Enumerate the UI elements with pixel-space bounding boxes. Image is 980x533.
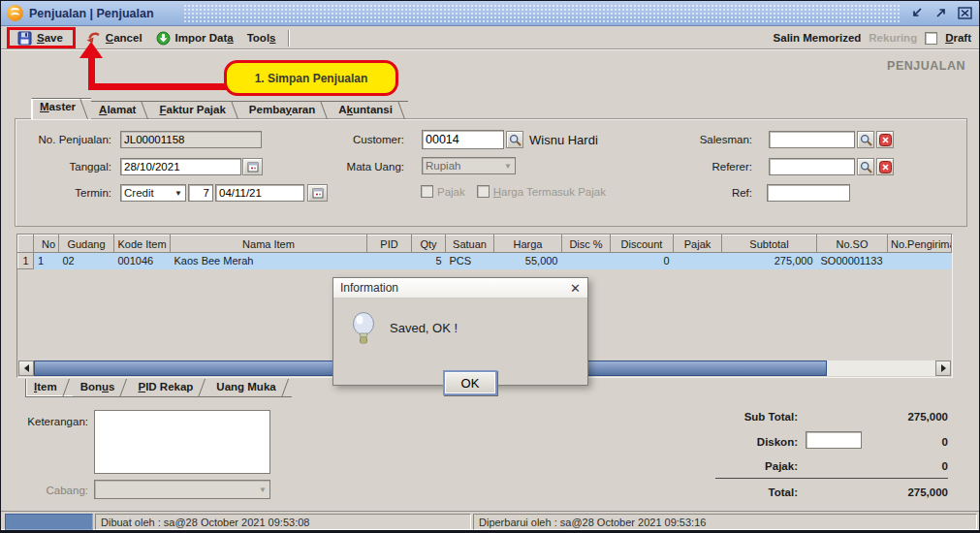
detail-tabstrip: Item Bonus PID Rekap Uang Muka — [25, 379, 292, 399]
restore-window-icon[interactable] — [908, 5, 925, 20]
customer-label: Customer: — [307, 134, 404, 145]
customer-lookup-button[interactable] — [506, 131, 523, 148]
cancel-label: Cancel — [106, 32, 142, 44]
subtotal-label: Sub Total: — [672, 411, 798, 423]
tanggal-calendar-button[interactable] — [242, 158, 263, 175]
ok-button[interactable]: OK — [443, 370, 497, 395]
tab-bonus[interactable]: Bonus — [73, 379, 131, 397]
tab-faktur-pajak[interactable]: Faktur Pajak — [151, 101, 240, 119]
master-tab-panel: No. Penjualan: Tanggal: Termin: Credit▼ … — [15, 118, 967, 227]
tab-alamat[interactable]: Alamat — [91, 101, 151, 119]
pajak-checkbox — [421, 185, 433, 198]
window-bottom-edge — [1, 530, 979, 532]
dialog-title: Information — [340, 281, 398, 295]
ref-field[interactable] — [767, 184, 850, 202]
customer-name: Wisnu Hardi — [529, 133, 598, 147]
col-qty[interactable]: Qty — [412, 235, 446, 253]
referer-lookup-button[interactable] — [857, 158, 874, 175]
dialog-close-icon[interactable]: ✕ — [570, 282, 581, 295]
termin-select[interactable]: Credit▼ — [120, 184, 186, 202]
dialog-message: Saved, OK ! — [390, 321, 458, 335]
referer-clear-button[interactable] — [876, 158, 894, 175]
total-value: 275,000 — [851, 486, 948, 498]
tab-item[interactable]: Item — [25, 379, 73, 397]
termin-label: Termin: — [16, 187, 111, 199]
salesman-clear-button[interactable] — [876, 131, 894, 148]
titlebar-pattern — [183, 4, 901, 22]
row-selector[interactable]: 1 — [18, 253, 34, 269]
search-icon — [860, 134, 872, 146]
tab-master[interactable]: Master — [31, 98, 91, 119]
pajak-total-value: 0 — [851, 460, 948, 472]
rekuring-label: Rekuring — [869, 32, 917, 44]
red-x-icon — [879, 134, 892, 146]
tab-pid-rekap[interactable]: PID Rekap — [130, 379, 208, 397]
col-no[interactable]: No — [34, 235, 59, 253]
grid-header-row: No Gudang Kode Item Nama Item PID Qty Sa… — [18, 235, 952, 253]
tanggal-field[interactable] — [120, 158, 241, 175]
keterangan-textarea[interactable] — [94, 410, 270, 474]
draft-checkbox[interactable] — [925, 32, 937, 45]
app-window: Penjualan | Penjualan Save Cancel — [0, 0, 980, 533]
no-penjualan-label: No. Penjualan: — [16, 134, 111, 145]
close-window-icon[interactable] — [957, 5, 973, 20]
termin-calendar-button[interactable] — [307, 184, 328, 202]
keterangan-label: Keterangan: — [1, 416, 88, 427]
annotation-arrowhead — [79, 42, 103, 58]
no-penjualan-field — [120, 131, 262, 148]
tools-label: Tools — [247, 32, 276, 44]
save-button-highlight: Save — [7, 27, 76, 48]
col-no-so[interactable]: No.SO — [817, 235, 888, 253]
diskon-value: 0 — [851, 436, 948, 448]
save-label: Save — [37, 32, 63, 44]
mata-uang-select: Rupiah▼ — [422, 157, 516, 174]
table-row[interactable]: 1 1 02 001046 Kaos Bee Merah 5 PCS 55,00… — [18, 253, 952, 269]
tab-pembayaran[interactable]: Pembayaran — [241, 101, 331, 119]
status-created: Dibuat oleh : sa@28 October 2021 09:53:0… — [95, 514, 471, 530]
annotation-callout: 1. Simpan Penjualan — [224, 60, 398, 96]
tools-button[interactable]: Tools — [241, 30, 284, 46]
scrollbar-track[interactable] — [827, 361, 935, 376]
col-pajak[interactable]: Pajak — [674, 235, 722, 253]
subtotal-value: 275,000 — [851, 411, 948, 423]
tanggal-label: Tanggal: — [16, 161, 111, 172]
floppy-disk-icon — [17, 31, 32, 46]
customer-code-field[interactable] — [422, 130, 504, 149]
col-discount[interactable]: Discount — [611, 235, 674, 253]
callout-text: 1. Simpan Penjualan — [255, 72, 368, 85]
scroll-left-button[interactable] — [18, 361, 34, 376]
tab-akuntansi[interactable]: Akuntansi — [331, 101, 408, 119]
save-button[interactable]: Save — [12, 29, 71, 47]
harga-termasuk-pajak-checkbox — [477, 185, 490, 198]
import-icon — [156, 31, 171, 46]
col-gudang[interactable]: Gudang — [59, 235, 114, 253]
col-no-pengiriman[interactable]: No.Pengiriman — [888, 235, 952, 253]
window-title: Penjualan | Penjualan — [29, 7, 154, 20]
totals-divider — [715, 478, 948, 479]
titlebar: Penjualan | Penjualan — [1, 1, 979, 26]
search-icon — [860, 161, 872, 173]
maximize-window-icon[interactable] — [933, 5, 949, 20]
col-harga[interactable]: Harga — [494, 235, 562, 253]
right-arrow-icon — [941, 364, 946, 372]
diskon-label: Diskon: — [672, 436, 798, 448]
salesman-field[interactable] — [769, 131, 855, 148]
salin-memorized-button[interactable]: Salin Memorized — [774, 32, 862, 44]
tab-uang-muka[interactable]: Uang Muka — [208, 379, 291, 397]
main-tabstrip: Master Alamat Faktur Pajak Pembayaran Ak… — [31, 98, 408, 119]
col-satuan[interactable]: Satuan — [446, 235, 494, 253]
col-subtotal[interactable]: Subtotal — [722, 235, 817, 253]
col-disc[interactable]: Disc % — [562, 235, 611, 253]
termin-due-field[interactable] — [215, 184, 304, 202]
annotation-arrow-horizontal — [88, 83, 232, 90]
draft-label[interactable]: Draft — [945, 32, 971, 44]
referer-field[interactable] — [769, 158, 855, 175]
col-nama-item[interactable]: Nama Item — [171, 235, 367, 253]
col-pid[interactable]: PID — [367, 235, 412, 253]
col-kode-item[interactable]: Kode Item — [114, 235, 171, 253]
scroll-right-button[interactable] — [935, 361, 951, 376]
termin-days-field[interactable] — [188, 184, 213, 202]
search-icon — [509, 134, 522, 146]
impor-data-button[interactable]: Impor Data — [150, 29, 241, 47]
salesman-lookup-button[interactable] — [857, 131, 874, 148]
